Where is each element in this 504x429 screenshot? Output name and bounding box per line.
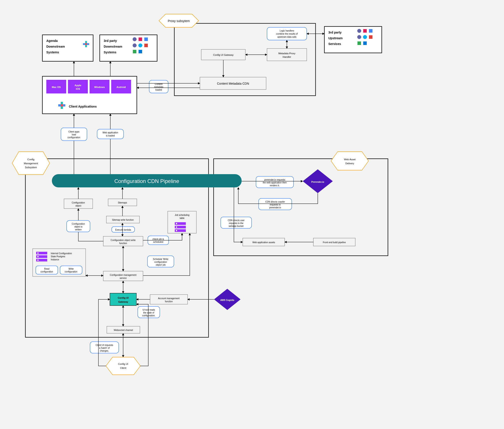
proxy-hex-label: Proxy subsytem	[159, 14, 198, 27]
sitemaps-box: Sitemaps	[108, 199, 137, 206]
svg-point-17	[357, 35, 361, 39]
svg-text:Schedule 'Write: Schedule 'Write	[153, 258, 168, 260]
platform-windows: Windows	[90, 80, 109, 94]
svg-text:Web application: Web application	[103, 131, 118, 134]
td-l2: Downstream	[104, 45, 122, 48]
svg-text:Handler: Handler	[283, 56, 291, 58]
svg-text:Config UI: Config UI	[118, 363, 128, 365]
svg-rect-21	[363, 42, 367, 45]
svg-text:Config UI Gateway: Config UI Gateway	[213, 53, 234, 56]
tu-l1: 3rd party	[328, 31, 342, 34]
config-ui-client-hex: Config UI Client	[106, 357, 140, 375]
svg-text:Configuration: Configuration	[72, 201, 85, 204]
svg-text:webapp bucket: webapp bucket	[228, 225, 243, 227]
tu-l3: Services	[328, 42, 341, 46]
svg-rect-12	[139, 50, 142, 53]
config-obj-written-annot: Configuration object is written	[67, 220, 90, 232]
svg-point-18	[363, 35, 367, 39]
svg-rect-15	[363, 29, 367, 33]
svg-text:Execute lambda: Execute lambda	[115, 229, 131, 231]
svg-text:check job is: check job is	[153, 238, 164, 240]
svg-text:Management: Management	[24, 162, 38, 165]
svg-text:Write: Write	[68, 268, 74, 270]
svg-text:scheduled: scheduled	[153, 241, 163, 243]
svg-text:Front end build pipeline: Front end build pipeline	[323, 241, 346, 244]
platform-macos: Mac OS	[46, 80, 66, 94]
svg-marker-63	[331, 152, 369, 170]
svg-text:Web Asset: Web Asset	[344, 158, 355, 161]
svg-rect-134	[110, 293, 136, 306]
logic-handlers-annot: Logic handlers combine the results of up…	[267, 27, 307, 40]
svg-rect-126	[60, 266, 82, 274]
config-obj-write-box: Configuration object write function	[103, 236, 143, 246]
svg-rect-50	[61, 104, 63, 106]
web-asset-hex: Web Asset Delivery	[331, 152, 369, 170]
svg-text:loaded: loaded	[155, 89, 162, 91]
svg-text:configuration: configuration	[65, 271, 77, 273]
cdn-user-annot: CDN directs user requests to the webapp …	[221, 217, 252, 228]
client-apps-load-annot: Client apps load configuration	[61, 128, 87, 141]
account-mgmt-box: Account management function	[150, 295, 188, 304]
svg-text:Windows: Windows	[94, 86, 105, 88]
thirdparty-downstream-box: 3rd party Downstream Systems	[100, 35, 157, 61]
svg-point-105	[176, 230, 177, 231]
client-applications-box: Mac OS Apple iOS Windows Android Client …	[42, 76, 137, 114]
tu-l2: Upstream	[328, 36, 343, 40]
svg-rect-11	[133, 50, 136, 53]
svg-text:Logic handlers: Logic handlers	[279, 30, 294, 32]
svg-rect-123	[36, 266, 58, 274]
svg-text:Config: Config	[27, 158, 35, 161]
proxy-hex-text: Proxy subsytem	[168, 19, 190, 23]
td-l1: 3rd party	[104, 39, 117, 43]
svg-text:function: function	[165, 300, 172, 303]
svg-rect-7	[144, 37, 148, 41]
aws-cognito-diamond: AWS Cognito	[214, 289, 241, 310]
svg-point-5	[133, 37, 137, 41]
thirdparty-upstream-box: 3rd party Upstream Services	[324, 26, 382, 53]
svg-text:requests to the: requests to the	[229, 222, 244, 224]
svg-point-14	[357, 29, 361, 33]
svg-point-9	[138, 44, 142, 47]
svg-text:Websocket channel: Websocket channel	[114, 329, 133, 331]
svg-marker-157	[106, 357, 140, 375]
svg-text:service: service	[120, 277, 127, 279]
svg-text:Client apps: Client apps	[68, 131, 80, 133]
svg-rect-41	[68, 80, 88, 94]
td-l3: Systems	[104, 51, 117, 54]
svg-text:prerender.io requests: prerender.io requests	[264, 179, 285, 181]
platform-android: Android	[111, 80, 131, 94]
svg-text:combine the results of: combine the results of	[276, 33, 298, 35]
svg-text:Account management: Account management	[158, 297, 180, 300]
platform-ios: Apple iOS	[68, 80, 88, 94]
svg-text:object is: object is	[74, 226, 82, 228]
svg-text:table: table	[180, 217, 184, 219]
web-assets-box: Web application assets	[243, 238, 285, 246]
svg-point-101	[176, 223, 177, 224]
database-icon	[175, 222, 186, 232]
svg-rect-16	[369, 29, 372, 33]
svg-text:Sitemaps: Sitemaps	[118, 201, 127, 204]
svg-rect-10	[144, 44, 148, 47]
svg-text:written: written	[75, 228, 81, 231]
agenda-downstream-box: Agenda Downstream Systems	[42, 35, 93, 61]
svg-text:Delivery: Delivery	[345, 162, 354, 165]
config-object-box: Configuration object	[64, 199, 93, 209]
cdn-crawler-annot: CDN directs crawler requests to prerende…	[259, 198, 292, 210]
svg-text:Sitemap write function: Sitemap write function	[112, 219, 134, 221]
agenda-line1: Agenda	[46, 39, 58, 43]
svg-rect-3	[85, 43, 87, 45]
svg-text:Configuration CDN Pipeline: Configuration CDN Pipeline	[114, 178, 179, 184]
svg-text:Gateway: Gateway	[118, 300, 128, 303]
svg-point-117	[37, 256, 39, 257]
svg-text:Prerender.io: Prerender.io	[311, 181, 324, 183]
svg-text:UI tool reads: UI tool reads	[143, 309, 155, 311]
svg-text:State Postgres: State Postgres	[51, 255, 65, 258]
svg-point-115	[37, 253, 39, 254]
svg-text:configuration: configuration	[68, 136, 80, 139]
svg-text:load: load	[72, 133, 76, 136]
svg-text:Content Metadata CDN: Content Metadata CDN	[217, 82, 249, 85]
agenda-line3: Systems	[46, 51, 59, 54]
svg-text:configuration: configuration	[154, 261, 167, 263]
config-ui-gateway-proxy: Config UI Gateway	[201, 49, 245, 60]
svg-rect-19	[369, 35, 372, 39]
